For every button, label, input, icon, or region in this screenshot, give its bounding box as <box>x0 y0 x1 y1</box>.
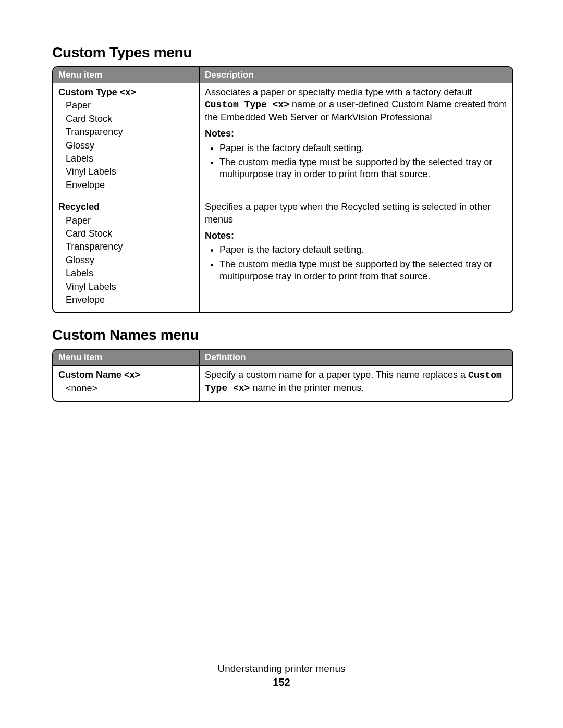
description-text: Specifies a paper type when the Recycled… <box>205 201 507 226</box>
list-item: Vinyl Labels <box>66 281 194 293</box>
list-item: Transparency <box>66 241 194 253</box>
notes-label: Notes: <box>205 128 507 140</box>
code-fragment: Custom Type <x> <box>205 100 289 110</box>
text-fragment: Specify a custom name for a paper type. … <box>205 369 468 380</box>
page-footer: Understanding printer menus 152 <box>0 663 563 688</box>
list-item: Labels <box>66 267 194 279</box>
custom-types-table: Menu item Description Custom Type <x> Pa… <box>52 66 513 313</box>
menu-item-title: Custom Type <x> <box>58 87 194 98</box>
list-item: Paper is the factory default setting. <box>219 142 507 154</box>
menu-item-title: Recycled <box>58 201 194 213</box>
section-custom-names: Custom Names menu Menu item Definition C… <box>52 327 513 402</box>
description-cell: Associates a paper or specialty media ty… <box>200 83 512 198</box>
list-item: Card Stock <box>66 228 194 240</box>
list-item: Paper <box>66 100 194 112</box>
list-item: <none> <box>66 382 194 394</box>
col-header-description: Description <box>200 67 512 83</box>
table-row: Recycled Paper Card Stock Transparency G… <box>53 198 512 312</box>
menu-item-cell: Custom Type <x> Paper Card Stock Transpa… <box>53 83 200 198</box>
list-item: Card Stock <box>66 113 194 125</box>
option-list: <none> <box>58 382 194 394</box>
col-header-definition: Definition <box>200 350 512 365</box>
description-cell: Specifies a paper type when the Recycled… <box>200 198 512 312</box>
list-item: Envelope <box>66 294 194 306</box>
list-item: Vinyl Labels <box>66 166 194 178</box>
col-header-menu-item: Menu item <box>53 350 200 365</box>
list-item: Paper is the factory default setting. <box>219 244 507 256</box>
list-item: The custom media type must be supported … <box>219 156 507 181</box>
footer-title: Understanding printer menus <box>0 663 563 674</box>
col-header-menu-item: Menu item <box>53 67 200 83</box>
list-item: Glossy <box>66 254 194 266</box>
text-fragment: Associates a paper or specialty media ty… <box>205 87 472 97</box>
text-fragment: name in the printer menus. <box>250 382 364 393</box>
list-item: The custom media type must be supported … <box>219 258 507 283</box>
description-cell: Specify a custom name for a paper type. … <box>200 365 512 401</box>
menu-item-title: Custom Name <x> <box>58 369 194 381</box>
menu-item-cell: Recycled Paper Card Stock Transparency G… <box>53 198 200 312</box>
document-page: Custom Types menu Menu item Description … <box>0 0 563 728</box>
section-heading-custom-names: Custom Names menu <box>52 327 513 343</box>
table-row: Custom Name <x> <none> Specify a custom … <box>53 365 512 401</box>
section-heading-custom-types: Custom Types menu <box>52 44 513 61</box>
list-item: Labels <box>66 153 194 165</box>
table-row: Custom Type <x> Paper Card Stock Transpa… <box>53 83 512 198</box>
table-header-row: Menu item Definition <box>53 350 512 365</box>
notes-list: Paper is the factory default setting. Th… <box>205 142 507 181</box>
list-item: Paper <box>66 215 194 227</box>
custom-names-table: Menu item Definition Custom Name <x> <no… <box>52 349 513 402</box>
description-text: Associates a paper or specialty media ty… <box>205 87 507 124</box>
list-item: Transparency <box>66 126 194 138</box>
notes-label: Notes: <box>205 230 507 242</box>
menu-item-cell: Custom Name <x> <none> <box>53 365 200 401</box>
list-item: Glossy <box>66 140 194 152</box>
option-list: Paper Card Stock Transparency Glossy Lab… <box>58 215 194 306</box>
notes-list: Paper is the factory default setting. Th… <box>205 244 507 282</box>
table-header-row: Menu item Description <box>53 67 512 83</box>
option-list: Paper Card Stock Transparency Glossy Lab… <box>58 100 194 191</box>
page-number: 152 <box>0 676 563 688</box>
list-item: Envelope <box>66 179 194 191</box>
